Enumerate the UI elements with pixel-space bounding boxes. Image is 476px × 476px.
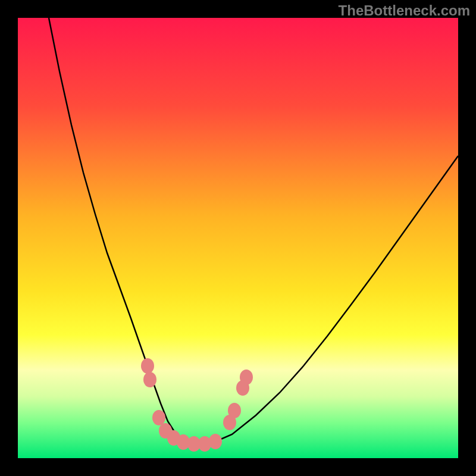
highlight-point [143,372,156,387]
chart-frame: TheBottleneck.com [0,0,476,476]
highlight-point [228,403,241,418]
highlight-point [152,410,165,425]
highlight-point [141,358,154,374]
plot-area [18,18,458,458]
watermark-text: TheBottleneck.com [339,2,470,19]
highlight-point [240,369,253,385]
chart-svg [18,18,458,458]
highlight-point [209,434,222,449]
